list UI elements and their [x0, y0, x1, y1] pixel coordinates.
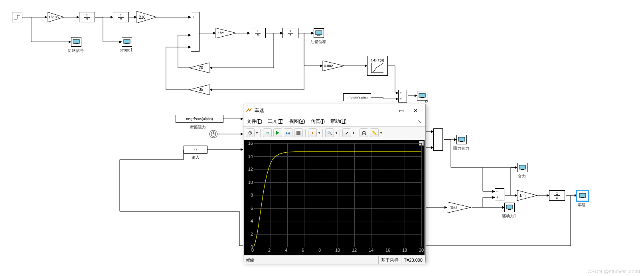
gain-150[interactable]: 150 — [447, 202, 472, 213]
gain-1-2-05[interactable]: 1/2.05 — [47, 12, 65, 22]
scope-heli[interactable] — [517, 163, 527, 172]
label-step: 阶跃信号 — [68, 48, 84, 53]
label-scope1: scope1 — [120, 48, 132, 52]
svg-text:210: 210 — [139, 15, 146, 20]
svg-rect-55 — [246, 107, 252, 114]
svg-text:20: 20 — [199, 65, 203, 70]
expr-cos[interactable]: m*g*f*cos(alpha) — [176, 115, 223, 123]
label-heli: 合力 — [518, 173, 526, 179]
highlight-button[interactable]: ✦ — [308, 128, 317, 137]
sum-1[interactable] — [191, 12, 200, 52]
titlebar[interactable]: 车速 — ▭ ✕ — [243, 104, 425, 117]
svg-rect-44 — [460, 141, 463, 142]
scope-window[interactable]: 车速 — ▭ ✕ 文件(F) 工具(T) 视图(V) 仿真(I) 帮助(H) ↘… — [243, 104, 426, 262]
scope-step[interactable] — [71, 37, 81, 47]
cursor-button[interactable]: ⨁ — [360, 128, 368, 137]
menu-help[interactable]: 帮助(H) — [330, 118, 347, 125]
label-drive: 驱动力1 — [502, 213, 516, 219]
step-fwd-button[interactable]: ⏭ — [284, 128, 292, 137]
plot-area[interactable]: 024681012141618200246810121416 — [244, 140, 425, 255]
close-button[interactable]: ✕ — [409, 107, 423, 114]
menu-more-icon[interactable]: ↘ — [417, 118, 422, 125]
svg-rect-54 — [581, 197, 584, 198]
gain-0002[interactable]: 0.002 — [322, 61, 345, 71]
run-button[interactable] — [273, 128, 282, 137]
scope-yaxiang[interactable] — [314, 28, 324, 38]
menu-tools[interactable]: 工具(T) — [268, 118, 283, 125]
integrator-4[interactable]: 1s — [282, 28, 298, 38]
label-friction: 摩擦阻力 — [190, 124, 206, 130]
gain-210[interactable]: 210 — [136, 11, 157, 23]
step-block[interactable] — [12, 12, 22, 22]
gain-1-21[interactable]: 1/21 — [215, 28, 237, 38]
menu-file[interactable]: 文件(F) — [247, 118, 262, 125]
menubar: 文件(F) 工具(T) 视图(V) 仿真(I) 帮助(H) ↘ — [243, 117, 425, 126]
svg-rect-23 — [125, 43, 128, 44]
settings-button[interactable] — [246, 128, 255, 137]
svg-rect-43 — [458, 137, 465, 141]
gain-1m[interactable]: 1/m — [517, 190, 538, 201]
svg-text:0.002: 0.002 — [324, 64, 333, 68]
svg-text:1/m: 1/m — [520, 193, 525, 197]
integrator-5[interactable]: 1s — [549, 190, 565, 201]
gain-20[interactable]: 20 — [189, 63, 211, 73]
status-mode: 基于采样 — [379, 256, 401, 264]
measure-button[interactable]: 📏 — [370, 128, 379, 137]
stop-icon — [296, 131, 300, 135]
label-resist: 阻力合力 — [453, 146, 469, 151]
svg-rect-59 — [296, 131, 300, 135]
svg-marker-58 — [276, 131, 279, 135]
zoom-button[interactable]: 🔍 — [325, 128, 334, 137]
svg-text:35: 35 — [199, 87, 203, 92]
svg-rect-49 — [519, 165, 525, 169]
maximize-button[interactable]: ▭ — [394, 108, 409, 114]
scope1[interactable] — [122, 37, 132, 47]
window-title: 车速 — [255, 107, 264, 114]
svg-rect-50 — [521, 169, 524, 170]
svg-point-57 — [250, 132, 251, 134]
svg-text:1/2.05: 1/2.05 — [49, 15, 59, 19]
svg-rect-38 — [419, 93, 425, 97]
svg-rect-21 — [75, 43, 78, 44]
gear-icon — [248, 130, 253, 135]
stop-button[interactable] — [294, 128, 303, 137]
menu-view[interactable]: 视图(V) — [289, 118, 305, 125]
scope-speed[interactable] — [577, 191, 588, 201]
svg-text:1/21: 1/21 — [218, 31, 225, 35]
svg-rect-39 — [421, 97, 424, 98]
scope-resist[interactable] — [456, 135, 467, 144]
svg-rect-20 — [73, 39, 79, 43]
simulink-icon — [246, 107, 252, 114]
scope-sum2[interactable] — [417, 91, 427, 101]
svg-rect-29 — [317, 35, 320, 35]
watermark: CSDN @studyer_domi — [587, 268, 640, 274]
expr-sin[interactable]: m*g*sin(alpha) — [343, 93, 371, 101]
label-yaxiang: 油箱位移 — [310, 39, 326, 45]
rewind-button[interactable]: ⟲ — [263, 128, 272, 137]
status-ready: 就绪 — [243, 256, 379, 264]
svg-rect-48 — [508, 209, 511, 210]
status-time: T=20.000 — [401, 256, 425, 264]
integrator-1[interactable]: 1s — [79, 12, 95, 22]
svg-rect-22 — [124, 39, 130, 43]
clock[interactable] — [209, 130, 217, 138]
scope-drive[interactable] — [504, 203, 515, 212]
label-speed: 车速 — [578, 202, 586, 208]
svg-rect-53 — [579, 193, 586, 197]
minimize-button[interactable]: — — [380, 107, 394, 114]
autoscale-button[interactable]: ⤢ — [342, 128, 351, 137]
svg-rect-28 — [316, 31, 322, 35]
status-bar: 就绪 基于采样 T=20.000 — [243, 256, 425, 264]
const-0[interactable]: 0 — [184, 146, 207, 154]
gain-35[interactable]: 35 — [189, 85, 211, 95]
svg-text:150: 150 — [450, 205, 457, 210]
toolbar: ▾ ⟲ ⏭ ✦▾ 🔍▾ ⤢▾ ⨁ 📏▾ — [243, 126, 425, 139]
integrator-2[interactable]: 1s — [113, 12, 129, 22]
play-icon — [276, 131, 280, 135]
label-input: 输入 — [192, 155, 200, 160]
integrator-3[interactable]: 1s — [250, 28, 266, 38]
lookup-1d[interactable]: 1-D T(u) — [367, 56, 388, 76]
menu-sim[interactable]: 仿真(I) — [311, 118, 325, 125]
svg-rect-47 — [506, 205, 513, 209]
